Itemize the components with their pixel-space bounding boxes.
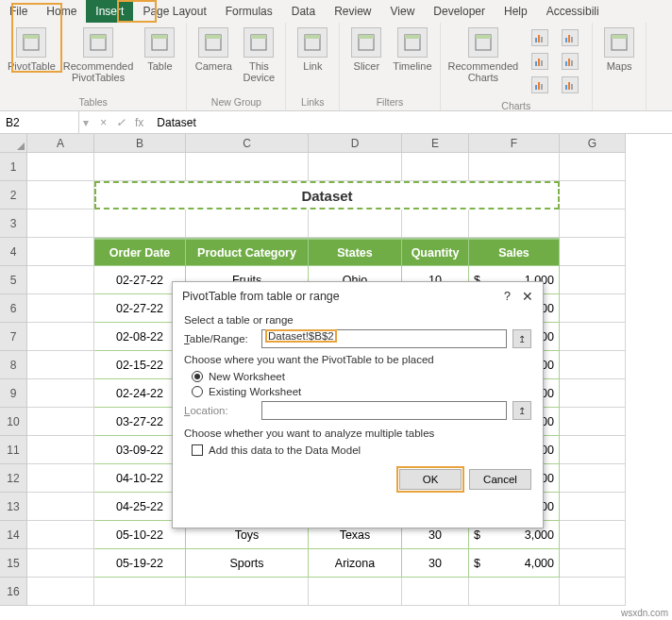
row-header-1[interactable]: 1 xyxy=(0,153,27,181)
cell[interactable] xyxy=(560,493,626,521)
row-header-16[interactable]: 16 xyxy=(0,578,27,606)
table-range-input[interactable]: Dataset!$B$2 xyxy=(261,329,507,348)
cancel-button[interactable]: Cancel xyxy=(469,469,531,490)
cell[interactable] xyxy=(309,209,402,238)
cell-sales[interactable]: $4,000 xyxy=(469,549,560,578)
cell[interactable] xyxy=(27,294,94,323)
table-header[interactable]: Order Date xyxy=(94,238,186,266)
table-header[interactable]: Quantity xyxy=(402,238,469,266)
col-header-D[interactable]: D xyxy=(309,134,402,153)
cell[interactable] xyxy=(402,153,469,181)
menu-insert[interactable]: Insert xyxy=(86,0,133,23)
chart-type-icon[interactable] xyxy=(556,51,584,75)
cell[interactable] xyxy=(402,209,469,238)
cell[interactable] xyxy=(560,238,626,266)
row-header-12[interactable]: 12 xyxy=(0,464,27,493)
col-header-G[interactable]: G xyxy=(560,134,626,153)
cell[interactable] xyxy=(560,181,626,209)
cell[interactable] xyxy=(94,209,186,238)
collapse-range-icon[interactable]: ↥ xyxy=(512,329,531,348)
cell[interactable] xyxy=(27,521,94,549)
chart-type-icon[interactable] xyxy=(556,27,584,51)
cell[interactable] xyxy=(309,153,402,181)
cell[interactable] xyxy=(560,266,626,294)
row-header-9[interactable]: 9 xyxy=(0,379,27,408)
cell-qty[interactable]: 30 xyxy=(402,549,469,578)
menu-home[interactable]: Home xyxy=(37,0,86,23)
col-header-E[interactable]: E xyxy=(402,134,469,153)
cell[interactable] xyxy=(560,578,626,606)
cell[interactable] xyxy=(27,436,94,464)
cell[interactable] xyxy=(27,153,94,181)
cell-date[interactable]: 05-19-22 xyxy=(94,549,186,578)
chart-type-icon[interactable] xyxy=(556,75,584,98)
ribbon-recommended-pivottables[interactable]: RecommendedPivotTables xyxy=(59,25,138,96)
chart-type-icon[interactable] xyxy=(526,75,554,98)
close-icon[interactable]: ✕ xyxy=(522,289,533,304)
ribbon-pivottable[interactable]: PivotTable xyxy=(4,25,59,96)
collapse-location-icon[interactable]: ↥ xyxy=(512,401,531,420)
cell[interactable] xyxy=(560,323,626,351)
radio-existing-worksheet[interactable]: Existing Worksheet xyxy=(184,384,531,399)
cell[interactable] xyxy=(27,266,94,294)
cell[interactable] xyxy=(560,408,626,436)
ribbon-link[interactable]: Link xyxy=(290,25,335,96)
cell[interactable] xyxy=(27,578,94,606)
cell[interactable] xyxy=(94,578,186,606)
cell[interactable] xyxy=(469,153,560,181)
cell[interactable] xyxy=(402,578,469,606)
chart-type-icon[interactable] xyxy=(526,51,554,75)
menu-file[interactable]: File xyxy=(0,0,37,23)
cell[interactable] xyxy=(27,209,94,238)
row-header-11[interactable]: 11 xyxy=(0,436,27,464)
ribbon-recommended-charts[interactable]: RecommendedCharts xyxy=(445,25,523,100)
cell[interactable] xyxy=(560,549,626,578)
row-header-14[interactable]: 14 xyxy=(0,521,27,549)
cell[interactable] xyxy=(27,238,94,266)
cell[interactable] xyxy=(186,209,309,238)
cell[interactable] xyxy=(560,379,626,408)
ok-button[interactable]: OK xyxy=(399,469,462,490)
row-header-2[interactable]: 2 xyxy=(0,181,27,209)
row-header-8[interactable]: 8 xyxy=(0,351,27,379)
cell[interactable] xyxy=(27,408,94,436)
radio-new-worksheet[interactable]: New Worksheet xyxy=(184,369,531,384)
menu-view[interactable]: View xyxy=(381,0,425,23)
dataset-title[interactable]: Dataset xyxy=(94,181,560,209)
cell-category[interactable]: Sports xyxy=(186,549,309,578)
ribbon-timeline[interactable]: Timeline xyxy=(389,25,435,96)
cell[interactable] xyxy=(27,464,94,493)
cell[interactable] xyxy=(469,578,560,606)
cell[interactable] xyxy=(560,209,626,238)
cell[interactable] xyxy=(27,493,94,521)
cell[interactable] xyxy=(27,351,94,379)
row-header-5[interactable]: 5 xyxy=(0,266,27,294)
cell[interactable] xyxy=(94,153,186,181)
cell[interactable] xyxy=(27,549,94,578)
name-box[interactable]: B2 xyxy=(0,111,79,133)
menu-accessibili[interactable]: Accessibili xyxy=(537,0,609,23)
row-header-3[interactable]: 3 xyxy=(0,209,27,238)
col-header-F[interactable]: F xyxy=(469,134,560,153)
cell[interactable] xyxy=(560,153,626,181)
menu-help[interactable]: Help xyxy=(495,0,537,23)
ribbon-table[interactable]: Table xyxy=(137,25,182,96)
cell[interactable] xyxy=(309,578,402,606)
col-header-B[interactable]: B xyxy=(94,134,186,153)
row-header-13[interactable]: 13 xyxy=(0,493,27,521)
cell[interactable] xyxy=(27,323,94,351)
formula-value[interactable]: Dataset xyxy=(151,116,201,129)
cell[interactable] xyxy=(560,351,626,379)
ribbon-slicer[interactable]: Slicer xyxy=(344,25,389,96)
row-header-6[interactable]: 6 xyxy=(0,294,27,323)
cell[interactable] xyxy=(27,181,94,209)
help-icon[interactable]: ? xyxy=(504,290,511,303)
cell[interactable] xyxy=(186,153,309,181)
row-header-15[interactable]: 15 xyxy=(0,549,27,578)
row-header-7[interactable]: 7 xyxy=(0,323,27,351)
cell[interactable] xyxy=(560,464,626,493)
row-header-4[interactable]: 4 xyxy=(0,238,27,266)
menu-review[interactable]: Review xyxy=(325,0,380,23)
cell[interactable] xyxy=(27,379,94,408)
ribbon-maps[interactable]: Maps xyxy=(596,25,642,108)
